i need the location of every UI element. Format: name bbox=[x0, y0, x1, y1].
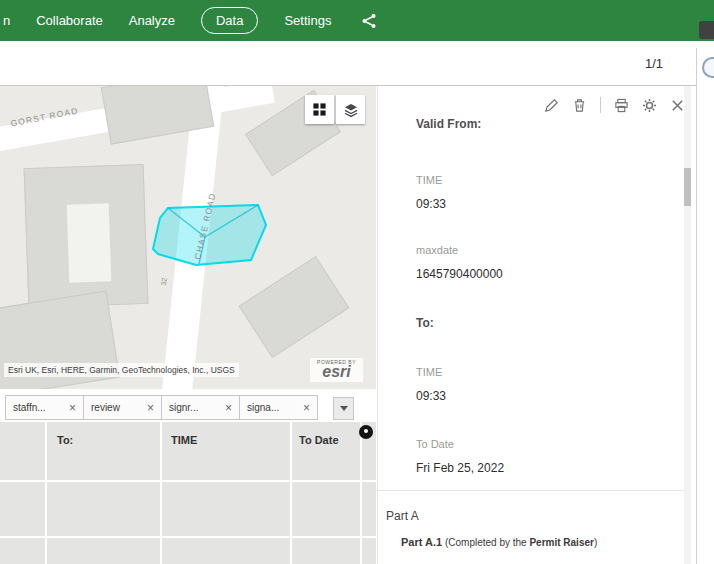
subsection-bold-2: Permit Raiser bbox=[529, 537, 593, 548]
subsection-title-part-a1: Part A.1 (Completed by the Permit Raiser… bbox=[401, 536, 597, 548]
pencil-icon bbox=[544, 98, 559, 113]
section-divider bbox=[378, 490, 688, 491]
table-column-divider bbox=[290, 422, 292, 564]
table-column-divider bbox=[360, 422, 362, 564]
close-icon bbox=[670, 98, 685, 113]
tab-label: signa... bbox=[247, 402, 279, 413]
map-canvas[interactable]: GORST ROAD CHASE ROAD 32 Esri UK, Esri, … bbox=[0, 86, 376, 389]
subsection-bold: Part A.1 bbox=[401, 536, 442, 548]
toolbar-divider bbox=[600, 97, 601, 113]
close-panel-button[interactable] bbox=[670, 98, 685, 113]
tab-label: staffn... bbox=[13, 402, 46, 413]
layers-button[interactable] bbox=[336, 95, 365, 124]
right-edge-panel bbox=[696, 48, 714, 564]
tab-review[interactable]: review × bbox=[83, 395, 162, 420]
grid-icon bbox=[312, 102, 327, 117]
share-icon[interactable] bbox=[361, 13, 377, 29]
gear-icon bbox=[642, 98, 657, 113]
close-icon[interactable]: × bbox=[69, 402, 76, 414]
tab-signr[interactable]: signr... × bbox=[161, 395, 240, 420]
trash-icon bbox=[572, 98, 587, 113]
field-value-maxdate: 1645790400000 bbox=[416, 267, 503, 281]
field-value-time-2: 09:33 bbox=[416, 389, 446, 403]
table-header-time: TIME bbox=[171, 434, 197, 446]
panel-scrollbar-thumb[interactable] bbox=[684, 168, 691, 206]
field-label-to-date: To Date bbox=[416, 438, 454, 450]
pin-icon[interactable] bbox=[699, 21, 714, 39]
table-row-divider bbox=[0, 480, 376, 482]
map-courtyard bbox=[67, 203, 112, 282]
tab-staffn[interactable]: staffn... × bbox=[5, 395, 84, 420]
field-label-maxdate: maxdate bbox=[416, 244, 458, 256]
table-header-todate: To Date bbox=[299, 434, 339, 446]
delete-button[interactable] bbox=[572, 98, 587, 113]
layers-icon bbox=[343, 102, 359, 118]
section-title-part-a: Part A bbox=[386, 509, 419, 523]
subsection-close: ) bbox=[594, 537, 597, 548]
settings-button[interactable] bbox=[642, 98, 657, 113]
edit-button[interactable] bbox=[544, 98, 559, 113]
map-building bbox=[239, 256, 350, 358]
detail-toolbar bbox=[544, 97, 685, 113]
field-heading-valid-from: Valid From: bbox=[416, 117, 481, 131]
road-number-label: 32 bbox=[160, 277, 168, 286]
field-value-to-date: Fri Feb 25, 2022 bbox=[416, 461, 504, 475]
tabs-overflow-button[interactable] bbox=[333, 397, 354, 420]
layer-tabs: staffn... × review × signr... × signa...… bbox=[6, 395, 354, 421]
circular-widget-icon[interactable] bbox=[702, 57, 714, 78]
field-label-time-2: TIME bbox=[416, 366, 442, 378]
table-row-divider bbox=[0, 536, 376, 538]
top-navbar: n Collaborate Analyze Data Settings bbox=[0, 0, 714, 41]
table-header-to: To: bbox=[57, 434, 73, 446]
subsection-text: (Completed by the bbox=[442, 537, 529, 548]
tab-signa[interactable]: signa... × bbox=[239, 395, 318, 420]
table-column-divider bbox=[160, 422, 162, 564]
nav-item-analyze[interactable]: Analyze bbox=[129, 13, 175, 28]
field-heading-to: To: bbox=[416, 316, 434, 330]
print-button[interactable] bbox=[614, 98, 629, 113]
close-icon[interactable]: × bbox=[147, 402, 154, 414]
tab-label: signr... bbox=[169, 402, 198, 413]
page-indicator: 1/1 bbox=[645, 56, 663, 71]
esri-logo: POWERED BY esri bbox=[310, 358, 363, 382]
tab-label: review bbox=[91, 402, 120, 413]
table-column-divider bbox=[45, 422, 47, 564]
field-label-time-1: TIME bbox=[416, 174, 442, 186]
page-toolbar: 1/1 bbox=[0, 41, 696, 86]
app-window: n Collaborate Analyze Data Settings 1/1 … bbox=[0, 0, 714, 564]
field-value-time-1: 09:33 bbox=[416, 197, 446, 211]
map-attribution: Esri UK, Esri, HERE, Garmin, GeoTechnolo… bbox=[4, 363, 239, 377]
nav-item-settings[interactable]: Settings bbox=[284, 13, 331, 28]
basemap-grid-button[interactable] bbox=[305, 95, 334, 124]
nav-item-partial[interactable]: n bbox=[3, 13, 10, 28]
feature-detail-panel: Valid From: TIME 09:33 maxdate 164579040… bbox=[377, 86, 695, 564]
esri-logo-text: esri bbox=[317, 365, 356, 379]
close-icon[interactable]: × bbox=[303, 402, 310, 414]
chevron-down-icon bbox=[340, 406, 348, 411]
printer-icon bbox=[614, 98, 629, 113]
nav-item-collaborate[interactable]: Collaborate bbox=[36, 13, 103, 28]
target-icon[interactable] bbox=[359, 425, 373, 439]
panel-scrollbar-track[interactable] bbox=[684, 86, 691, 564]
nav-item-data[interactable]: Data bbox=[201, 7, 258, 34]
close-icon[interactable]: × bbox=[225, 402, 232, 414]
records-table[interactable]: To: TIME To Date bbox=[0, 422, 376, 564]
